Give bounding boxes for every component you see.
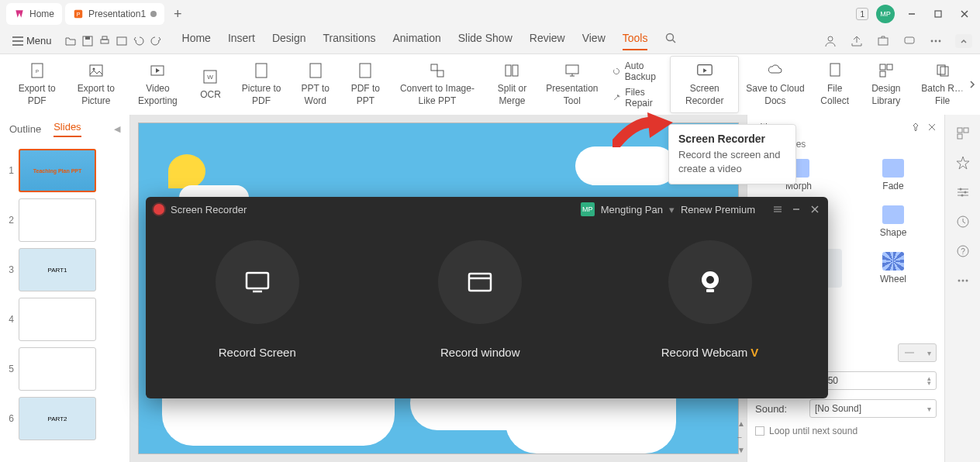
- tool-design-library[interactable]: Design Library: [858, 58, 914, 110]
- help-panel-icon[interactable]: ?: [955, 243, 971, 259]
- tool-pdf-to-ppt[interactable]: PDF to PPT: [341, 58, 390, 110]
- tab-outline[interactable]: Outline: [9, 123, 41, 135]
- transition-fade[interactable]: Fade: [850, 156, 937, 195]
- batch-icon: [934, 62, 951, 79]
- tool-picture-to-pdf[interactable]: Picture to PDF: [233, 58, 289, 110]
- star-panel-icon[interactable]: [955, 155, 971, 171]
- effect-options[interactable]: ▾: [898, 343, 937, 362]
- tool-batch[interactable]: Batch R… File: [914, 58, 971, 110]
- tab-view[interactable]: View: [582, 32, 606, 50]
- pin-icon[interactable]: [910, 122, 921, 133]
- recorder-menu-icon[interactable]: [772, 204, 783, 215]
- tab-design[interactable]: Design: [272, 32, 306, 50]
- tool-label: Convert to Image-Like PPT: [396, 83, 478, 107]
- comments-icon[interactable]: [902, 34, 916, 48]
- print-icon[interactable]: [98, 35, 111, 47]
- user-icon[interactable]: [823, 34, 837, 48]
- mode-label: Record Screen: [219, 346, 296, 359]
- undo-icon[interactable]: [133, 35, 145, 47]
- svg-rect-67: [247, 273, 268, 288]
- sound-select[interactable]: [No Sound]▾: [809, 399, 937, 418]
- user-avatar[interactable]: MP: [876, 5, 895, 23]
- slide-thumbnail-5[interactable]: [19, 347, 96, 391]
- history-panel-icon[interactable]: [955, 214, 971, 229]
- tool-screen-recorder[interactable]: Screen Recorder: [670, 56, 739, 112]
- tab-document[interactable]: P Presentation1: [65, 3, 164, 25]
- tab-slides[interactable]: Slides: [53, 121, 81, 137]
- tool-convert-image-ppt[interactable]: Convert to Image-Like PPT: [390, 58, 485, 110]
- search-icon[interactable]: [664, 32, 677, 44]
- svg-point-21: [939, 40, 941, 42]
- wps-logo-icon: [14, 9, 25, 19]
- slide-thumbnail-1[interactable]: Teaching Plan PPT: [19, 149, 96, 192]
- slide-thumbnail-3[interactable]: PART1: [19, 248, 96, 291]
- svg-point-54: [961, 195, 963, 197]
- thumbnail-panel: Outline Slides ◀ 1Teaching Plan PPT 2 3P…: [0, 115, 130, 462]
- tab-home[interactable]: Home: [6, 3, 62, 25]
- slide-nav: ▲ – ▼: [737, 419, 745, 454]
- mode-record-screen[interactable]: Record Screen: [216, 240, 299, 359]
- transition-wheel[interactable]: Wheel: [850, 249, 937, 288]
- recorder-close-icon[interactable]: [809, 204, 820, 215]
- tab-home[interactable]: Home: [182, 32, 211, 50]
- tool-split-merge[interactable]: Split or Merge: [485, 58, 540, 110]
- svg-rect-32: [431, 64, 437, 71]
- tool-files-repair[interactable]: Files Repair: [612, 87, 663, 109]
- svg-rect-10: [85, 36, 90, 40]
- more-panel-icon[interactable]: [955, 273, 971, 288]
- tab-add-button[interactable]: +: [174, 6, 182, 22]
- collapse-panel-icon[interactable]: ◀: [114, 124, 120, 134]
- ribbon-tabs: Home Insert Design Transitions Animation…: [182, 32, 678, 50]
- svg-rect-73: [706, 289, 714, 292]
- save-icon[interactable]: [81, 35, 94, 47]
- slide-thumbnail-6[interactable]: PART2: [19, 397, 96, 440]
- tool-presentation-tool[interactable]: Presentation Tool: [540, 58, 605, 110]
- transition-shape[interactable]: Shape: [850, 202, 937, 241]
- object-panel-icon[interactable]: [955, 126, 971, 141]
- screen-icon: [243, 270, 271, 295]
- tab-insert[interactable]: Insert: [228, 32, 255, 50]
- speed-input[interactable]: 00.50▴▾: [809, 371, 937, 390]
- tab-review[interactable]: Review: [530, 32, 565, 50]
- redo-icon[interactable]: [150, 35, 162, 47]
- settings-panel-icon[interactable]: [955, 184, 971, 200]
- menu-button[interactable]: Menu: [8, 32, 57, 50]
- tool-save-cloud[interactable]: Save to Cloud Docs: [739, 58, 812, 110]
- ribbon-scroll-right[interactable]: [964, 54, 980, 115]
- tool-file-collect[interactable]: File Collect: [812, 58, 858, 110]
- effect-icon: [903, 348, 916, 357]
- tool-export-pdf[interactable]: PExport to PDF: [9, 58, 64, 110]
- recorder-titlebar[interactable]: Screen Recorder MP Mengting Pan ▾ Renew …: [146, 197, 828, 222]
- tool-video-export[interactable]: Video Exporting: [127, 58, 188, 110]
- tool-auto-backup[interactable]: Auto Backup: [612, 60, 663, 82]
- tab-slideshow[interactable]: Slide Show: [458, 32, 512, 50]
- slide-thumbnail-4[interactable]: [19, 298, 96, 341]
- mode-record-window[interactable]: Record window: [438, 240, 522, 359]
- tool-ppt-to-word[interactable]: PPT to Word: [290, 58, 341, 110]
- print-preview-icon[interactable]: [116, 35, 128, 47]
- tab-tools[interactable]: Tools: [623, 32, 648, 50]
- slide-thumbnail-2[interactable]: [19, 198, 96, 242]
- open-icon[interactable]: [64, 35, 77, 47]
- minimize-button[interactable]: [902, 5, 921, 23]
- tool-export-picture[interactable]: Export to Picture: [64, 58, 127, 110]
- collapse-ribbon-button[interactable]: [955, 34, 972, 48]
- tab-transitions[interactable]: Transitions: [323, 32, 376, 50]
- mode-record-webcam[interactable]: Record WebcamV: [661, 240, 758, 359]
- close-panel-icon[interactable]: [927, 122, 937, 132]
- tool-label: Files Repair: [625, 87, 662, 109]
- svg-rect-46: [958, 128, 962, 133]
- recorder-minimize-icon[interactable]: [791, 204, 802, 215]
- nav-down-icon[interactable]: ▼: [737, 446, 745, 454]
- nav-up-icon[interactable]: ▲: [737, 419, 745, 428]
- maximize-button[interactable]: [929, 5, 947, 23]
- screenshot-icon[interactable]: [876, 34, 890, 48]
- renew-premium-link[interactable]: Renew Premium: [681, 204, 755, 215]
- share-icon[interactable]: [850, 34, 864, 48]
- close-button[interactable]: [955, 5, 974, 23]
- tool-ocr[interactable]: WOCR: [188, 64, 233, 105]
- more-icon[interactable]: [929, 34, 943, 48]
- tab-animation[interactable]: Animation: [392, 32, 440, 50]
- sun-shape: [168, 154, 205, 188]
- loop-sound-checkbox[interactable]: Loop until next sound: [755, 426, 937, 436]
